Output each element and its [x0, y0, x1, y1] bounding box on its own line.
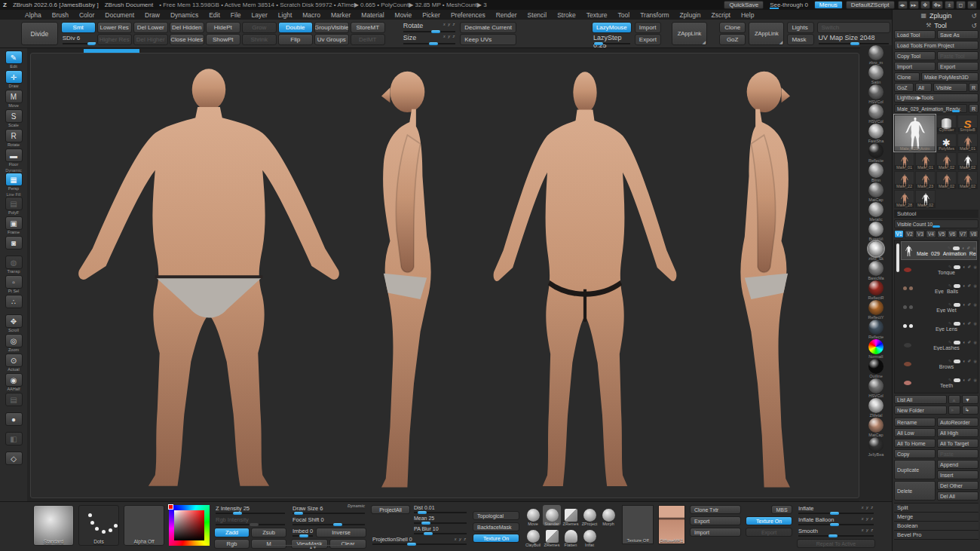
shelf-button[interactable]: Close Holes [170, 34, 204, 45]
rgb-intensity-slider[interactable]: Rgb Intensity [214, 516, 286, 526]
eye-icon[interactable] [954, 284, 960, 288]
shelf-button[interactable]: Shrink [242, 34, 277, 45]
quick-brush[interactable]: Move [524, 505, 542, 525]
projectall-button[interactable]: ProjectAll [371, 505, 410, 514]
toolbar-button[interactable]: ◇ [5, 452, 23, 470]
tool-thumbnail[interactable]: Cylinder [936, 115, 957, 133]
default-zscript-button[interactable]: DefaultZScript [846, 1, 895, 9]
shelf-button[interactable]: Del Lower [133, 22, 168, 33]
quick-brush[interactable]: ZRemes [562, 505, 580, 525]
menu-item[interactable]: Document [100, 11, 139, 19]
visibility-tab[interactable]: V6 [948, 230, 957, 238]
material-swatch[interactable]: Reflecte [868, 320, 884, 339]
subtool-toggle-icons[interactable]: ✎ ◐ ✐ ◉ [916, 283, 977, 289]
quick-brush[interactable]: Flatten [562, 526, 580, 546]
topological-button[interactable]: Topological [473, 511, 519, 520]
menu-item[interactable]: Transform [635, 11, 674, 19]
material-swatch[interactable]: Outline [868, 359, 884, 378]
zscript-prev-icon[interactable]: ◂▸ [898, 1, 908, 9]
load-tools-from-project-button[interactable]: Load Tools From Project [894, 41, 978, 50]
goz-all-button[interactable]: All [915, 83, 932, 92]
menu-item[interactable]: Help [736, 11, 759, 19]
shelf-button[interactable]: HidePt [206, 22, 240, 33]
menu-item[interactable]: Texture [581, 11, 613, 19]
toolbar-button[interactable]: ◍ Transp [5, 256, 23, 274]
eye-icon[interactable] [954, 378, 960, 382]
copy-tool-button[interactable]: Copy Tool [894, 51, 936, 60]
subtool-toggle-icons[interactable]: ✎ ◐ ✐ ◉ [917, 246, 976, 251]
quick-brush[interactable]: Morph [599, 505, 617, 525]
subtool-row[interactable]: ✎ ◐ ✐ ◉ Eye Lens [901, 317, 977, 335]
export-texture-button[interactable]: Export [690, 516, 741, 525]
toolbar-button[interactable]: ◎ Zoom [5, 334, 23, 352]
tool-thumbnail[interactable]: Male_029_Anim [894, 115, 936, 152]
tool-thumbnail[interactable]: Male_02 [957, 171, 978, 189]
lights-button[interactable]: Lights [787, 22, 813, 33]
subtool-action-button[interactable]: Del Other [937, 481, 978, 490]
subtool-action-button[interactable]: AutoReorder [937, 418, 978, 427]
diffuse-texture-thumbnail[interactable]: DiffuseMK1 [658, 505, 685, 544]
current-alpha-thumbnail[interactable]: Alpha Off [124, 505, 164, 546]
shelf-button[interactable]: Del Hidden [170, 22, 204, 33]
toolbar-button[interactable]: Dynamic ▦ Persp [5, 168, 23, 191]
material-swatch[interactable]: zbro_Sk [868, 241, 884, 261]
shelf-button[interactable]: StoreMT [351, 22, 385, 33]
toolbar-button[interactable]: ✥ Scroll [5, 314, 23, 332]
mean-slider[interactable]: Mean 25 [412, 516, 468, 525]
toolbar-button[interactable]: M Move [5, 90, 23, 108]
toolbar-button[interactable]: R Rotate [5, 129, 23, 147]
subtool-toggle-icons[interactable]: ✎ ◐ ✐ ◉ [916, 378, 977, 383]
menu-item[interactable]: Picker [417, 11, 446, 19]
zsub-button[interactable]: Zsub [251, 528, 286, 537]
subtool-action-button[interactable]: Duplicate [894, 460, 936, 479]
eye-icon[interactable] [953, 246, 960, 250]
draw-size-slider[interactable]: Draw Size 6Dynamic [291, 505, 366, 515]
subtool-row[interactable]: ✎ ◐ ✐ ◉ Tongue [901, 260, 977, 279]
saturation-value-square[interactable] [174, 510, 204, 540]
eye-icon[interactable] [954, 322, 960, 326]
export-button-dim[interactable]: Export [746, 528, 792, 537]
subtool-action-button[interactable]: Rename [894, 418, 936, 427]
tool-thumbnail[interactable]: Male_01 [957, 133, 978, 152]
inflate-slider[interactable]: Inflatex y z [797, 505, 875, 515]
dist-slider[interactable]: Dist 0.01 [412, 505, 468, 514]
menu-item[interactable]: Tool [613, 11, 635, 19]
material-swatch[interactable]: HSVCol [868, 104, 884, 124]
visible-count-slider[interactable]: Visible Count 10 [894, 219, 978, 228]
toolbar-button[interactable]: ∴ [5, 295, 23, 313]
shelf-button[interactable]: GroupVisible [314, 22, 349, 33]
mbs-button[interactable]: MBS [771, 505, 792, 514]
eye-icon[interactable] [954, 265, 960, 269]
section-header[interactable]: Boolean [894, 522, 978, 531]
shelf-button[interactable]: SDiv 6 [61, 34, 96, 45]
toolbar-button[interactable]: ◉ AAHalf [5, 373, 23, 391]
zplugin-palette-header[interactable]: ▦ Zplugin ↺ [894, 11, 978, 20]
sculpt-canvas[interactable] [30, 53, 859, 498]
z-intensity-slider[interactable]: Z Intensity 25 [214, 505, 286, 515]
visibility-tab[interactable]: V1 [894, 230, 904, 238]
material-swatch[interactable]: ReflectY [868, 300, 884, 320]
see-through-slider[interactable]: See-through 0 [767, 2, 811, 8]
import-button[interactable]: Import [635, 22, 661, 33]
quick-brush[interactable]: ZProject [580, 505, 599, 525]
shelf-button[interactable]: Higher Res [97, 34, 132, 45]
goz-button[interactable]: GoZ [719, 34, 746, 45]
material-swatch[interactable]: ZMetal [868, 398, 884, 418]
toolbar-button[interactable]: ✛ Draw [5, 70, 23, 88]
shelf-button[interactable]: Uv Groups [314, 34, 349, 45]
menu-item[interactable]: Light [273, 11, 297, 19]
menu-item[interactable]: File [225, 11, 247, 19]
tool-palette-header[interactable]: ⚒ Tool ↺ [894, 20, 978, 30]
menu-item[interactable]: Zscript [706, 11, 736, 19]
tool-name-slider[interactable]: Male_029_Animation_Ready. [894, 104, 967, 113]
shelf-button[interactable]: Smt [61, 22, 96, 33]
material-swatch[interactable]: FastSha [868, 124, 884, 143]
restore-icon[interactable]: ◻ [956, 1, 966, 9]
lazymouse-button[interactable]: LazyMouse [592, 22, 632, 33]
toolbar-button[interactable]: ✎ Edit [5, 51, 23, 69]
color-picker[interactable] [169, 505, 210, 546]
material-swatch[interactable]: ReflectR [868, 280, 884, 300]
menu-item[interactable]: Alpha [20, 11, 47, 19]
toolbar-button[interactable]: S Scale [5, 109, 23, 127]
inflate-balloon-slider[interactable]: Inflate Balloonx y z [797, 516, 875, 526]
